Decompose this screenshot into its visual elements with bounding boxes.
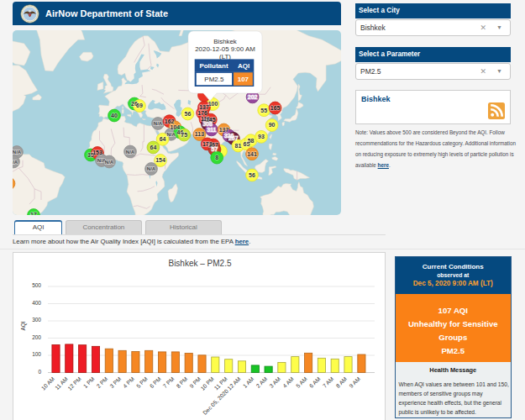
svg-text:Bishkek: Bishkek <box>213 38 237 45</box>
svg-text:176: 176 <box>197 110 207 116</box>
svg-text:0: 0 <box>38 369 41 375</box>
svg-text:8 PM: 8 PM <box>175 375 188 389</box>
svg-text:6 AM: 6 AM <box>308 375 322 389</box>
svg-text:N/A: N/A <box>13 150 22 155</box>
svg-text:69: 69 <box>136 102 143 108</box>
svg-text:100: 100 <box>32 351 41 357</box>
svg-text:311: 311 <box>207 127 216 133</box>
svg-text:141: 141 <box>247 151 257 157</box>
svg-text:7 AM: 7 AM <box>322 375 335 389</box>
svg-text:81: 81 <box>235 143 242 149</box>
svg-text:154: 154 <box>155 157 165 163</box>
svg-text:3 PM: 3 PM <box>108 375 122 389</box>
svg-text:2 AM: 2 AM <box>255 375 269 389</box>
svg-text:56: 56 <box>249 172 255 178</box>
svg-text:AQI: AQI <box>20 321 27 330</box>
svg-text:113: 113 <box>195 131 204 137</box>
svg-text:10 PM: 10 PM <box>199 375 215 391</box>
svg-text:AQI: AQI <box>238 62 249 70</box>
svg-text:300: 300 <box>32 317 41 323</box>
svg-text:200: 200 <box>32 334 41 340</box>
svg-text:2020-12-05 9:00 AM: 2020-12-05 9:00 AM <box>195 45 255 53</box>
svg-text:58: 58 <box>248 138 255 144</box>
svg-text:3 AM: 3 AM <box>268 375 281 389</box>
svg-text:7 PM: 7 PM <box>162 375 176 389</box>
svg-text:93: 93 <box>258 134 265 139</box>
svg-text:64: 64 <box>160 136 166 142</box>
svg-text:100: 100 <box>208 101 218 107</box>
svg-text:153: 153 <box>92 150 102 155</box>
svg-text:N/A: N/A <box>13 160 18 165</box>
svg-text:56: 56 <box>185 111 192 117</box>
svg-text:N/A: N/A <box>105 160 114 165</box>
svg-text:1 PM: 1 PM <box>82 375 96 389</box>
svg-text:8 AM: 8 AM <box>334 375 348 389</box>
svg-text:55: 55 <box>260 108 267 113</box>
svg-text:12 PM: 12 PM <box>66 375 82 391</box>
svg-text:165: 165 <box>270 105 281 111</box>
svg-text:2 PM: 2 PM <box>96 375 109 389</box>
svg-text:N/A: N/A <box>147 166 156 171</box>
svg-text:Bishkek – PM2.5: Bishkek – PM2.5 <box>168 259 231 268</box>
svg-text:64: 64 <box>150 144 157 150</box>
svg-text:5 PM: 5 PM <box>135 375 149 389</box>
svg-text:N/A: N/A <box>166 132 176 137</box>
svg-text:202: 202 <box>248 94 258 100</box>
svg-text:6 PM: 6 PM <box>149 375 162 389</box>
svg-text:10 AM: 10 AM <box>40 375 56 391</box>
svg-text:Pollutant: Pollutant <box>199 62 228 70</box>
svg-text:400: 400 <box>32 300 41 306</box>
svg-text:40: 40 <box>111 113 118 118</box>
svg-text:17: 17 <box>30 212 37 215</box>
svg-text:57: 57 <box>212 146 218 152</box>
svg-text:4 PM: 4 PM <box>122 375 135 389</box>
svg-text:267: 267 <box>228 135 239 141</box>
svg-text:5 AM: 5 AM <box>295 375 308 389</box>
svg-text:9 AM: 9 AM <box>348 375 361 389</box>
svg-text:8: 8 <box>215 155 218 160</box>
svg-text:N/A: N/A <box>126 150 135 155</box>
svg-text:137: 137 <box>219 127 229 133</box>
svg-text:162: 162 <box>165 118 175 124</box>
svg-text:500: 500 <box>32 282 41 288</box>
svg-text:107: 107 <box>238 76 249 83</box>
svg-text:4 AM: 4 AM <box>281 375 295 389</box>
svg-text:PM2.5: PM2.5 <box>204 76 224 83</box>
svg-text:90: 90 <box>269 122 276 128</box>
svg-text:75: 75 <box>181 132 187 138</box>
svg-text:1 AM: 1 AM <box>242 375 255 389</box>
svg-text:N/A: N/A <box>154 121 163 126</box>
